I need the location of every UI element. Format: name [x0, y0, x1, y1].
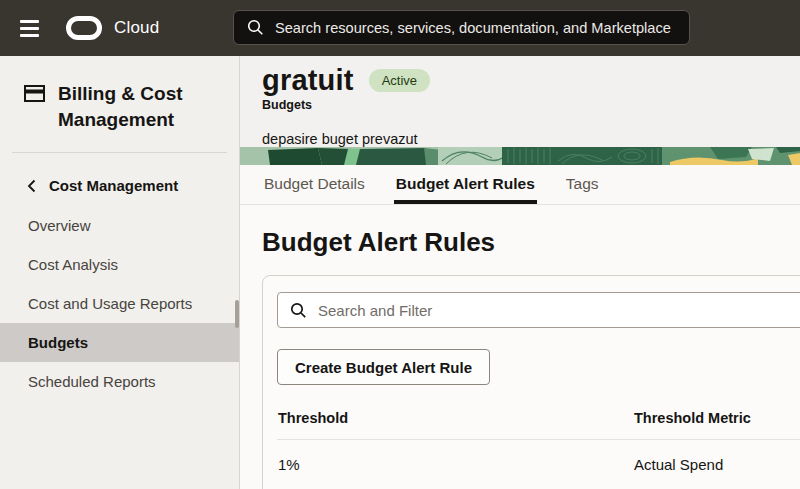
- sidebar: Billing & Cost Management Cost Managemen…: [0, 56, 240, 489]
- sidebar-item-overview[interactable]: Overview: [0, 206, 239, 245]
- menu-icon[interactable]: [20, 20, 39, 37]
- create-budget-alert-rule-button[interactable]: Create Budget Alert Rule: [277, 349, 490, 385]
- main-area: gratuit Active Budgets depasire buget pr…: [240, 56, 800, 489]
- column-header-threshold: Threshold: [277, 410, 634, 426]
- sidebar-scrollbar-thumb[interactable]: [235, 300, 239, 328]
- topbar: Cloud Search resources, services, docume…: [0, 0, 800, 56]
- column-header-threshold-metric: Threshold Metric: [634, 410, 800, 426]
- sidebar-item-scheduled-reports[interactable]: Scheduled Reports: [0, 362, 239, 401]
- global-search-placeholder: Search resources, services, documentatio…: [275, 20, 671, 36]
- tab-budget-details[interactable]: Budget Details: [262, 165, 367, 204]
- page-title: gratuit: [262, 64, 354, 97]
- sidebar-item-budgets[interactable]: Budgets: [0, 323, 239, 362]
- search-icon: [290, 302, 307, 319]
- tab-budget-alert-rules[interactable]: Budget Alert Rules: [394, 165, 537, 204]
- cell-threshold: 1%: [277, 456, 634, 473]
- sidebar-back-cost-management[interactable]: Cost Management: [0, 153, 239, 206]
- table-header-row: Threshold Threshold Metric: [277, 410, 800, 440]
- section-heading: Budget Alert Rules: [262, 227, 800, 258]
- search-icon: [247, 19, 264, 36]
- alert-rules-table: Threshold Threshold Metric 1% Actual Spe…: [277, 410, 800, 473]
- brand-label: Cloud: [114, 18, 159, 38]
- tab-tags[interactable]: Tags: [564, 165, 601, 204]
- sidebar-title: Billing & Cost Management: [58, 81, 219, 132]
- alert-rules-panel: Search and Filter Create Budget Alert Ru…: [262, 275, 800, 489]
- tab-panel: Budget Alert Rules Search and Filter Cre…: [240, 205, 800, 489]
- sidebar-header: Billing & Cost Management: [0, 56, 239, 152]
- search-filter-input[interactable]: Search and Filter: [277, 292, 800, 328]
- status-badge: Active: [369, 69, 430, 92]
- tab-bar: Budget Details Budget Alert Rules Tags: [240, 165, 800, 205]
- cell-threshold-metric: Actual Spend: [634, 456, 800, 473]
- search-filter-placeholder: Search and Filter: [318, 302, 432, 319]
- global-search-input[interactable]: Search resources, services, documentatio…: [233, 10, 690, 45]
- chevron-left-icon: [27, 179, 36, 193]
- sidebar-item-cost-usage-reports[interactable]: Cost and Usage Reports: [0, 284, 239, 323]
- decorative-banner: [240, 147, 800, 165]
- sidebar-section-label: Cost Management: [49, 177, 178, 194]
- sidebar-item-cost-analysis[interactable]: Cost Analysis: [0, 245, 239, 284]
- billing-card-icon: [24, 85, 45, 102]
- page-header: gratuit Active Budgets depasire buget pr…: [240, 56, 800, 147]
- table-row[interactable]: 1% Actual Spend: [277, 440, 800, 473]
- oracle-logo-icon[interactable]: [66, 16, 102, 40]
- budget-description: depasire buget prevazut: [262, 131, 800, 147]
- breadcrumb[interactable]: Budgets: [262, 98, 800, 112]
